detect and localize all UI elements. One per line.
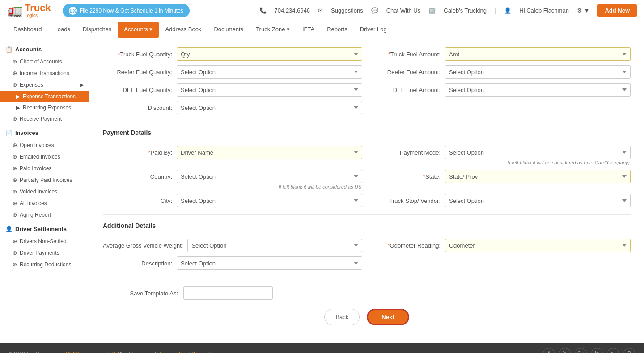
footer-terms[interactable]: Terms of Use [159, 351, 188, 353]
truck-fuel-qty-select[interactable]: Qty [177, 47, 362, 61]
nav-loads[interactable]: Loads [48, 22, 76, 38]
paid-by-control: Driver Name [177, 146, 362, 159]
nav-reports[interactable]: Reports [321, 22, 354, 38]
youtube-icon[interactable]: ▶ [607, 348, 619, 353]
city-label: City: [103, 198, 177, 204]
promo-badge: EX [69, 7, 77, 15]
country-select[interactable]: Select Option [177, 170, 362, 183]
sidebar-item-recurring-expenses[interactable]: ▶ Recurring Expenses [0, 102, 89, 113]
nav-ifta[interactable]: IFTA [296, 22, 321, 38]
back-button[interactable]: Back [324, 309, 360, 325]
add-new-button[interactable]: Add New [597, 4, 637, 17]
promo-button[interactable]: EX File 2290 Now & Get Schedule 1 in Min… [63, 4, 190, 17]
sidebar-item-emailed-invoices[interactable]: ⊕ Emailed Invoices [0, 151, 89, 163]
exp-arrow: ▶ [80, 82, 84, 88]
paid-by-row: *Paid By: Driver Name Payment Mode: Sele… [103, 146, 631, 165]
phone-number[interactable]: 704.234.6946 [275, 7, 310, 14]
sidebar-item-expenses[interactable]: ⊕ Expenses ▶ [0, 79, 89, 91]
sidebar-item-partial-invoices[interactable]: ⊕ Partially Paid Invoices [0, 174, 89, 186]
footer: © 2019 TruckLogics.com, SPAN Enterprises… [0, 343, 644, 353]
sidebar-driver-settlements-header[interactable]: 👤 Driver Settlements [0, 223, 89, 235]
ar-label: Aging Report [20, 212, 51, 218]
sidebar-item-income-transactions[interactable]: ⊕ Income Transactions [0, 67, 89, 79]
sidebar-item-expense-transactions[interactable]: ▶ Expense Transactions [0, 91, 89, 102]
description-select[interactable]: Select Option [177, 256, 362, 270]
linkedin-icon[interactable]: in [591, 348, 603, 353]
facebook-icon[interactable]: f [543, 348, 555, 353]
pi-icon: ⊕ [13, 165, 17, 172]
sidebar-accounts-header[interactable]: 📋 Accounts [0, 43, 89, 56]
sidebar-item-driver-payments[interactable]: ⊕ Driver Payments [0, 247, 89, 259]
sidebar-item-chart-of-accounts[interactable]: ⊕ Chart of Accounts [0, 56, 89, 67]
odometer-reading-group: *Odometer Reading: Odometer [371, 239, 631, 252]
pinterest-icon[interactable]: P [623, 348, 635, 353]
nav-address-book[interactable]: Address Book [159, 22, 208, 38]
sidebar-item-aging-report[interactable]: ⊕ Aging Report [0, 209, 89, 221]
truck-stop-control: Select Option [445, 194, 631, 207]
next-button[interactable]: Next [367, 309, 409, 325]
main-content: *Truck Fuel Quantity: Qty *Truck Fuel Am… [89, 38, 644, 343]
et-bullet: ▶ [16, 93, 20, 100]
rp-label: Receive Payment [20, 116, 62, 122]
def-fuel-amt-select[interactable]: Select Option [445, 83, 631, 97]
nav-accounts[interactable]: Accounts ▾ [118, 22, 159, 38]
city-select[interactable]: Select Option [177, 194, 362, 207]
state-select[interactable]: State/ Prov [445, 170, 631, 183]
sidebar-item-drivers-non-settled[interactable]: ⊕ Drivers Non-Settled [0, 235, 89, 247]
suggestions-link[interactable]: Suggestions [331, 7, 363, 14]
ai-label: All Invoices [20, 200, 47, 206]
payment-mode-control: Select Option [445, 146, 631, 159]
nav-dashboard[interactable]: Dashboard [7, 22, 48, 38]
chat-link[interactable]: Chat With Us [386, 7, 421, 14]
twitter-icon[interactable]: 𝕏 [559, 348, 571, 353]
reefer-fuel-amt-group: Reefer Fuel Amount: Select Option [371, 65, 631, 79]
nav-truck-zone[interactable]: Truck Zone ▾ [250, 22, 296, 38]
sidebar-invoices-header[interactable]: 📄 Invoices [0, 126, 89, 139]
city-group: City: Select Option [103, 194, 362, 207]
chat-icon: 💬 [371, 7, 378, 14]
discount-select[interactable]: Select Option [177, 101, 362, 114]
sidebar-item-recurring-deductions[interactable]: ⊕ Recurring Deductions [0, 259, 89, 270]
vi-label: Voided Invoices [20, 189, 57, 195]
def-fuel-amt-group: DEF Fuel Amount: Select Option [371, 83, 631, 97]
reefer-fuel-qty-control: Select Option [177, 65, 362, 79]
company-name[interactable]: Caleb's Trucking [444, 7, 487, 14]
payment-mode-hint: If left blank it will be considered as F… [371, 160, 631, 165]
footer-company[interactable]: SPAN Enterprises LLC [66, 351, 115, 353]
promo-text: File 2290 Now & Get Schedule 1 in Minute… [80, 8, 183, 14]
nav-dispatches[interactable]: Dispatches [76, 22, 118, 38]
reefer-fuel-amt-select[interactable]: Select Option [445, 65, 631, 79]
sidebar-item-all-invoices[interactable]: ⊕ All Invoices [0, 198, 89, 209]
save-template-input[interactable] [183, 286, 273, 300]
state-group: *State: State/ Prov [371, 170, 631, 183]
ai-icon: ⊕ [13, 200, 17, 206]
sidebar-item-open-invoices[interactable]: ⊕ Open Invoices [0, 139, 89, 151]
user-icon: 👤 [504, 7, 511, 14]
def-fuel-qty-select[interactable]: Select Option [177, 83, 362, 97]
description-control: Select Option [177, 256, 362, 270]
settings-icon[interactable]: ⚙ ▼ [577, 7, 589, 14]
user-name[interactable]: Hi Caleb Flachman [519, 7, 569, 14]
avg-gross-weight-select[interactable]: Select Option [187, 239, 362, 252]
ei-icon: ⊕ [13, 154, 17, 160]
odometer-reading-select[interactable]: Odometer [445, 239, 631, 252]
sidebar-item-paid-invoices[interactable]: ⊕ Paid Invoices [0, 163, 89, 174]
exp-label: Expenses [20, 82, 43, 88]
sidebar-item-voided-invoices[interactable]: ⊕ Voided Invoices [0, 186, 89, 198]
coa-label: Chart of Accounts [20, 59, 62, 65]
reefer-fuel-qty-select[interactable]: Select Option [177, 65, 362, 79]
state-control: State/ Prov [445, 170, 631, 183]
truck-fuel-amt-select[interactable]: Amt [445, 47, 631, 61]
footer-privacy[interactable]: Privacy Policy [192, 351, 222, 353]
truck-stop-select[interactable]: Select Option [445, 194, 631, 207]
sidebar-item-receive-payment[interactable]: ⊕ Receive Payment [0, 113, 89, 125]
truck-fuel-qty-label: *Truck Fuel Quantity: [103, 51, 177, 58]
nav-documents[interactable]: Documents [208, 22, 250, 38]
vi-icon: ⊕ [13, 189, 17, 195]
paid-by-select[interactable]: Driver Name [177, 146, 362, 159]
country-control: Select Option [177, 170, 362, 183]
payment-mode-select[interactable]: Select Option [445, 146, 631, 159]
nav-driver-log[interactable]: Driver Log [354, 22, 393, 38]
avg-gross-weight-control: Select Option [187, 239, 362, 252]
googleplus-icon[interactable]: G+ [575, 348, 587, 353]
